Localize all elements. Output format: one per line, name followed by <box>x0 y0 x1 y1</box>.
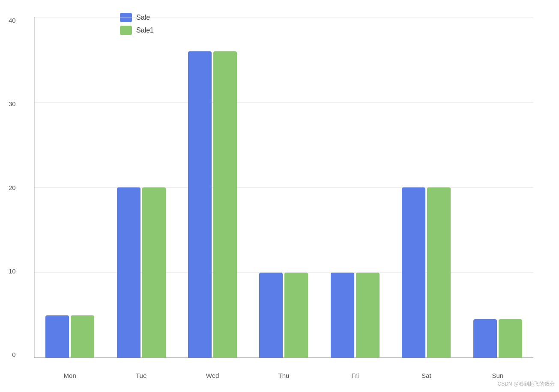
bar-sale-sat <box>402 187 425 358</box>
bar-sale-thu <box>259 273 283 358</box>
x-label-wed: Wed <box>177 372 248 379</box>
x-label-mon: Mon <box>34 372 105 379</box>
y-label-20: 20 <box>9 184 16 191</box>
bar-sale1-sat <box>427 187 451 358</box>
y-axis-labels: 40 30 20 10 0 <box>9 17 16 358</box>
x-label-sun: Sun <box>462 372 533 379</box>
y-label-40: 40 <box>9 17 16 24</box>
watermark: CSDN @卷到起飞的数分 <box>497 380 555 388</box>
day-group-sun <box>462 17 533 358</box>
bar-sale-mon <box>45 315 69 358</box>
bar-sale-fri <box>331 273 354 358</box>
x-label-fri: Fri <box>320 372 391 379</box>
bar-sale-tue <box>117 187 140 358</box>
bar-sale1-thu <box>284 273 308 358</box>
day-group-tue <box>105 17 176 358</box>
x-label-thu: Thu <box>248 372 319 379</box>
y-label-10: 10 <box>9 268 16 274</box>
day-group-mon <box>34 17 105 358</box>
y-label-30: 30 <box>9 101 16 107</box>
bar-sale1-mon <box>71 315 94 358</box>
chart-area: 40 30 20 10 0 MonTueWedThuFriSatSun <box>34 17 533 358</box>
bar-sale1-tue <box>142 187 166 358</box>
bar-sale1-fri <box>356 273 380 358</box>
bar-sale-sun <box>473 319 497 358</box>
bar-sale1-sun <box>499 319 522 358</box>
day-group-wed <box>177 17 248 358</box>
day-group-fri <box>320 17 391 358</box>
bars-area <box>34 17 533 358</box>
chart-container: Sale Sale1 40 30 20 10 0 <box>0 0 559 392</box>
day-group-sat <box>391 17 462 358</box>
x-axis-labels: MonTueWedThuFriSatSun <box>34 372 533 379</box>
y-label-0: 0 <box>12 351 15 358</box>
x-label-sat: Sat <box>391 372 462 379</box>
day-group-thu <box>248 17 319 358</box>
bar-sale1-wed <box>213 51 237 358</box>
bar-sale-wed <box>188 51 212 358</box>
x-label-tue: Tue <box>105 372 176 379</box>
